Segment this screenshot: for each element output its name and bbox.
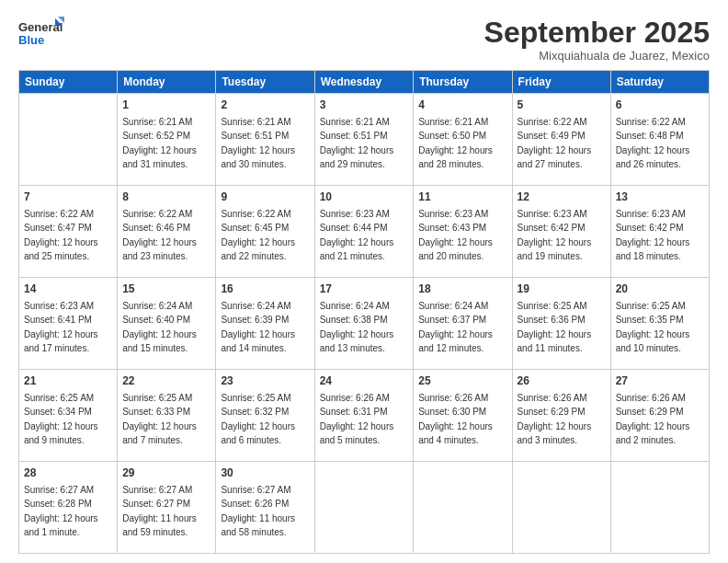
day-number: 23 <box>221 373 309 389</box>
day-info: Sunrise: 6:26 AM Sunset: 6:29 PM Dayligh… <box>616 393 690 445</box>
day-info: Sunrise: 6:27 AM Sunset: 6:28 PM Dayligh… <box>24 485 98 537</box>
calendar-cell: 21Sunrise: 6:25 AM Sunset: 6:34 PM Dayli… <box>19 370 118 462</box>
day-number: 19 <box>518 282 606 297</box>
day-info: Sunrise: 6:27 AM Sunset: 6:27 PM Dayligh… <box>122 485 197 537</box>
logo: General Blue <box>18 17 64 52</box>
day-info: Sunrise: 6:27 AM Sunset: 6:26 PM Dayligh… <box>221 485 295 537</box>
calendar-cell <box>414 462 512 554</box>
header-friday: Friday <box>512 71 610 94</box>
day-number: 2 <box>221 98 309 113</box>
day-number: 10 <box>320 190 409 205</box>
main-title: September 2025 <box>484 17 710 49</box>
day-info: Sunrise: 6:24 AM Sunset: 6:37 PM Dayligh… <box>418 301 493 353</box>
day-number: 3 <box>320 98 409 113</box>
day-number: 4 <box>418 98 506 113</box>
calendar-cell: 29Sunrise: 6:27 AM Sunset: 6:27 PM Dayli… <box>118 462 216 554</box>
header-wednesday: Wednesday <box>314 71 414 94</box>
week-row-5: 28Sunrise: 6:27 AM Sunset: 6:28 PM Dayli… <box>19 462 710 554</box>
calendar-cell: 12Sunrise: 6:23 AM Sunset: 6:42 PM Dayli… <box>512 186 610 278</box>
day-number: 1 <box>122 98 210 113</box>
day-number: 17 <box>320 282 409 297</box>
day-info: Sunrise: 6:26 AM Sunset: 6:31 PM Dayligh… <box>320 393 394 445</box>
day-number: 12 <box>518 190 606 205</box>
day-number: 28 <box>24 465 112 481</box>
day-info: Sunrise: 6:24 AM Sunset: 6:40 PM Dayligh… <box>122 301 197 353</box>
calendar-header-row: SundayMondayTuesdayWednesdayThursdayFrid… <box>19 71 710 94</box>
calendar-cell: 13Sunrise: 6:23 AM Sunset: 6:42 PM Dayli… <box>610 186 709 278</box>
day-number: 22 <box>122 373 210 389</box>
calendar-cell: 25Sunrise: 6:26 AM Sunset: 6:30 PM Dayli… <box>414 370 512 462</box>
calendar-cell: 30Sunrise: 6:27 AM Sunset: 6:26 PM Dayli… <box>216 462 314 554</box>
calendar-cell: 28Sunrise: 6:27 AM Sunset: 6:28 PM Dayli… <box>19 462 118 554</box>
calendar-cell: 26Sunrise: 6:26 AM Sunset: 6:29 PM Dayli… <box>512 370 610 462</box>
day-number: 6 <box>616 98 704 113</box>
day-number: 25 <box>418 373 506 389</box>
calendar-cell: 23Sunrise: 6:25 AM Sunset: 6:32 PM Dayli… <box>216 370 314 462</box>
calendar-cell <box>314 462 414 554</box>
day-number: 27 <box>616 373 704 389</box>
day-info: Sunrise: 6:22 AM Sunset: 6:47 PM Dayligh… <box>24 209 98 261</box>
calendar-cell: 8Sunrise: 6:22 AM Sunset: 6:46 PM Daylig… <box>118 186 216 278</box>
calendar-cell: 7Sunrise: 6:22 AM Sunset: 6:47 PM Daylig… <box>19 186 118 278</box>
calendar-cell: 5Sunrise: 6:22 AM Sunset: 6:49 PM Daylig… <box>512 94 610 186</box>
day-number: 18 <box>418 282 506 297</box>
day-info: Sunrise: 6:21 AM Sunset: 6:52 PM Dayligh… <box>122 117 197 169</box>
day-info: Sunrise: 6:26 AM Sunset: 6:29 PM Dayligh… <box>518 393 592 445</box>
day-info: Sunrise: 6:23 AM Sunset: 6:43 PM Dayligh… <box>418 209 493 261</box>
day-info: Sunrise: 6:22 AM Sunset: 6:48 PM Dayligh… <box>616 117 690 169</box>
header-thursday: Thursday <box>414 71 512 94</box>
page: General Blue September 2025 Mixquiahuala… <box>0 0 728 563</box>
day-info: Sunrise: 6:24 AM Sunset: 6:38 PM Dayligh… <box>320 301 394 353</box>
day-info: Sunrise: 6:21 AM Sunset: 6:51 PM Dayligh… <box>221 117 295 169</box>
header-tuesday: Tuesday <box>216 71 314 94</box>
calendar-cell <box>610 462 709 554</box>
day-number: 30 <box>221 465 309 481</box>
day-info: Sunrise: 6:22 AM Sunset: 6:45 PM Dayligh… <box>221 209 295 261</box>
calendar-table: SundayMondayTuesdayWednesdayThursdayFrid… <box>18 70 710 554</box>
day-info: Sunrise: 6:25 AM Sunset: 6:33 PM Dayligh… <box>122 393 197 445</box>
day-number: 15 <box>122 282 210 297</box>
calendar-body: 1Sunrise: 6:21 AM Sunset: 6:52 PM Daylig… <box>19 94 710 554</box>
day-number: 9 <box>221 190 309 205</box>
day-info: Sunrise: 6:23 AM Sunset: 6:44 PM Dayligh… <box>320 209 394 261</box>
calendar-cell: 24Sunrise: 6:26 AM Sunset: 6:31 PM Dayli… <box>314 370 414 462</box>
calendar-cell: 27Sunrise: 6:26 AM Sunset: 6:29 PM Dayli… <box>610 370 709 462</box>
calendar-cell: 6Sunrise: 6:22 AM Sunset: 6:48 PM Daylig… <box>610 94 709 186</box>
calendar-cell: 15Sunrise: 6:24 AM Sunset: 6:40 PM Dayli… <box>118 278 216 370</box>
day-number: 5 <box>518 98 606 113</box>
header-saturday: Saturday <box>610 71 709 94</box>
day-info: Sunrise: 6:23 AM Sunset: 6:41 PM Dayligh… <box>24 301 98 353</box>
calendar-cell: 2Sunrise: 6:21 AM Sunset: 6:51 PM Daylig… <box>216 94 314 186</box>
calendar-cell: 18Sunrise: 6:24 AM Sunset: 6:37 PM Dayli… <box>414 278 512 370</box>
calendar-cell: 10Sunrise: 6:23 AM Sunset: 6:44 PM Dayli… <box>314 186 414 278</box>
day-info: Sunrise: 6:24 AM Sunset: 6:39 PM Dayligh… <box>221 301 295 353</box>
calendar-cell: 17Sunrise: 6:24 AM Sunset: 6:38 PM Dayli… <box>314 278 414 370</box>
day-info: Sunrise: 6:25 AM Sunset: 6:34 PM Dayligh… <box>24 393 98 445</box>
day-info: Sunrise: 6:22 AM Sunset: 6:49 PM Dayligh… <box>518 117 592 169</box>
title-block: September 2025 Mixquiahuala de Juarez, M… <box>484 17 710 63</box>
day-info: Sunrise: 6:23 AM Sunset: 6:42 PM Dayligh… <box>616 209 690 261</box>
header: General Blue September 2025 Mixquiahuala… <box>18 17 710 63</box>
header-monday: Monday <box>118 71 216 94</box>
calendar-cell: 3Sunrise: 6:21 AM Sunset: 6:51 PM Daylig… <box>314 94 414 186</box>
day-info: Sunrise: 6:26 AM Sunset: 6:30 PM Dayligh… <box>418 393 493 445</box>
week-row-2: 7Sunrise: 6:22 AM Sunset: 6:47 PM Daylig… <box>19 186 710 278</box>
subtitle: Mixquiahuala de Juarez, Mexico <box>484 49 710 63</box>
day-number: 21 <box>24 373 112 389</box>
week-row-1: 1Sunrise: 6:21 AM Sunset: 6:52 PM Daylig… <box>19 94 710 186</box>
day-info: Sunrise: 6:22 AM Sunset: 6:46 PM Dayligh… <box>122 209 197 261</box>
day-number: 20 <box>616 282 704 297</box>
day-info: Sunrise: 6:25 AM Sunset: 6:35 PM Dayligh… <box>616 301 690 353</box>
day-number: 7 <box>24 190 112 205</box>
calendar-cell: 4Sunrise: 6:21 AM Sunset: 6:50 PM Daylig… <box>414 94 512 186</box>
day-info: Sunrise: 6:21 AM Sunset: 6:51 PM Dayligh… <box>320 117 394 169</box>
day-number: 16 <box>221 282 309 297</box>
calendar-cell: 19Sunrise: 6:25 AM Sunset: 6:36 PM Dayli… <box>512 278 610 370</box>
calendar-cell: 9Sunrise: 6:22 AM Sunset: 6:45 PM Daylig… <box>216 186 314 278</box>
calendar-cell <box>19 94 118 186</box>
day-info: Sunrise: 6:25 AM Sunset: 6:32 PM Dayligh… <box>221 393 295 445</box>
day-info: Sunrise: 6:21 AM Sunset: 6:50 PM Dayligh… <box>418 117 493 169</box>
calendar-cell: 11Sunrise: 6:23 AM Sunset: 6:43 PM Dayli… <box>414 186 512 278</box>
svg-text:Blue: Blue <box>18 33 44 47</box>
calendar-cell: 1Sunrise: 6:21 AM Sunset: 6:52 PM Daylig… <box>118 94 216 186</box>
